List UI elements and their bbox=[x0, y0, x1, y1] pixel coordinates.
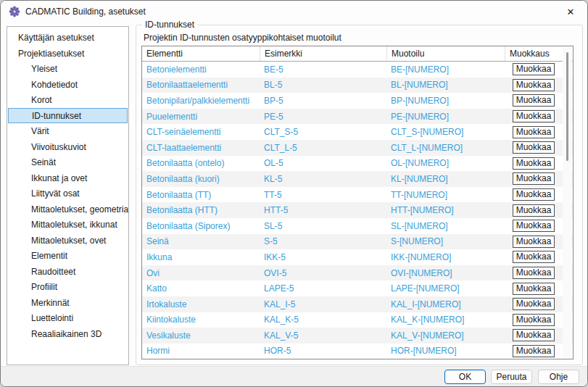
muokkaa-button[interactable]: Muokkaa bbox=[513, 157, 555, 170]
sidebar-item-elementit[interactable]: Elementit bbox=[7, 248, 128, 264]
column-header-muotoilu: Muotoilu bbox=[386, 46, 505, 61]
sidebar-item-k-ytt-j-n-asetukset[interactable]: Käyttäjän asetukset bbox=[7, 30, 128, 46]
cell-elementti: Puuelementti bbox=[142, 112, 260, 122]
cell-elementti: Betonilaatta (Siporex) bbox=[142, 221, 260, 231]
sidebar-item-merkinn-t[interactable]: Merkinnät bbox=[7, 295, 128, 311]
cell-muotoilu: CLT_S-[NUMERO] bbox=[386, 127, 505, 137]
muokkaa-button[interactable]: Muokkaa bbox=[513, 283, 555, 295]
sidebar-item-reaaliaikainen-3d[interactable]: Reaaliaikainen 3D bbox=[7, 326, 128, 342]
cell-esimerkki: S-5 bbox=[260, 236, 386, 246]
sidebar-item-v-rit[interactable]: Värit bbox=[7, 123, 128, 139]
muokkaa-button[interactable]: Muokkaa bbox=[513, 329, 555, 341]
footer-bar: OK Peruuta Ohje bbox=[1, 366, 587, 386]
muokkaa-button[interactable]: Muokkaa bbox=[513, 126, 555, 138]
ohje-button[interactable]: Ohje bbox=[538, 370, 579, 384]
table-row: Vesikaluste KAL_V-5 KAL_V-[NUMERO] Muokk… bbox=[142, 328, 573, 344]
sidebar-item-projektiasetukset[interactable]: Projektiasetukset bbox=[7, 46, 128, 62]
cell-muotoilu: S-[NUMERO] bbox=[386, 236, 505, 246]
cell-muotoilu: KAL_K-[NUMERO] bbox=[386, 315, 505, 325]
sidebar-item-id-tunnukset[interactable]: ID-tunnukset bbox=[8, 108, 128, 124]
cell-elementti: Betonilaatta (ontelo) bbox=[142, 158, 260, 168]
cell-muotoilu: BL-[NUMERO] bbox=[386, 80, 505, 90]
sidebar-item-raudoitteet[interactable]: Raudoitteet bbox=[7, 264, 128, 280]
table-row: Betonilaatta (ontelo) OL-5 OL-[NUMERO] M… bbox=[142, 156, 573, 172]
cell-esimerkki: BL-5 bbox=[260, 80, 386, 90]
cell-esimerkki: BE-5 bbox=[260, 64, 386, 75]
table-row: Katto LAPE-5 LAPE-[NUMERO] Muokkaa bbox=[142, 280, 573, 296]
cell-elementti: Katto bbox=[142, 283, 260, 294]
cell-elementti: Betonipilari/palkkielementti bbox=[142, 96, 260, 106]
table-scrollbar[interactable] bbox=[563, 47, 572, 358]
muokkaa-button[interactable]: Muokkaa bbox=[513, 298, 555, 310]
sidebar-item-liittyv-t-osat[interactable]: Liittyvät osat bbox=[7, 186, 128, 201]
cell-esimerkki: OVI-5 bbox=[260, 268, 386, 278]
cell-elementti: Betonilaatta (HTT) bbox=[142, 205, 260, 215]
cell-esimerkki: KAL_K-5 bbox=[260, 315, 386, 325]
muokkaa-button[interactable]: Muokkaa bbox=[513, 236, 555, 248]
muokkaa-button[interactable]: Muokkaa bbox=[513, 188, 555, 201]
cell-elementti: CLT-laattaelementti bbox=[142, 143, 260, 153]
cell-esimerkki: OL-5 bbox=[260, 158, 386, 168]
muokkaa-button[interactable]: Muokkaa bbox=[513, 141, 555, 154]
muokkaa-button[interactable]: Muokkaa bbox=[513, 314, 555, 326]
cell-muotoilu: HTT-[NUMERO] bbox=[386, 205, 505, 215]
sidebar-item-mittaoletukset-ovet[interactable]: Mittaoletukset, ovet bbox=[7, 233, 128, 249]
table-row: CLT-seinäelementti CLT_S-5 CLT_S-[NUMERO… bbox=[142, 124, 573, 140]
cell-muotoilu: CLT_L-[NUMERO] bbox=[386, 143, 505, 153]
cell-muotoilu: IKK-[NUMERO] bbox=[386, 252, 505, 262]
cell-esimerkki: KAL_V-5 bbox=[260, 330, 386, 341]
column-header-elementti: Elementti bbox=[142, 46, 260, 61]
muokkaa-button[interactable]: Muokkaa bbox=[513, 220, 555, 232]
cell-esimerkki: KL-5 bbox=[260, 174, 386, 184]
table-header-row: Elementti Esimerkki Muotoilu Muokkaus bbox=[142, 46, 573, 62]
column-header-esimerkki: Esimerkki bbox=[260, 46, 386, 61]
muokkaa-button[interactable]: Muokkaa bbox=[513, 204, 555, 217]
cell-elementti: Betonilaatta (kuori) bbox=[142, 174, 260, 184]
peruuta-button[interactable]: Peruuta bbox=[491, 370, 532, 384]
muokkaa-button[interactable]: Muokkaa bbox=[513, 251, 555, 263]
sidebar-item-luettelointi[interactable]: Luettelointi bbox=[7, 310, 128, 326]
table-row: Ovi OVI-5 OVI-[NUMERO] Muokkaa bbox=[142, 265, 573, 281]
app-gear-icon bbox=[9, 6, 20, 17]
table-row: Betonilaatta (kuori) KL-5 KL-[NUMERO] Mu… bbox=[142, 171, 573, 187]
cell-esimerkki: BP-5 bbox=[260, 96, 386, 106]
scrollbar-thumb[interactable] bbox=[566, 52, 568, 161]
close-icon[interactable]: ✕ bbox=[554, 1, 587, 22]
muokkaa-button[interactable]: Muokkaa bbox=[513, 94, 555, 107]
sidebar-item-mittaoletukset-ikkunat[interactable]: Mittaoletukset, ikkunat bbox=[7, 217, 128, 233]
cell-muotoilu: BP-[NUMERO] bbox=[386, 96, 505, 106]
sidebar-item-mittaoletukset-geometria[interactable]: Mittaoletukset, geometria bbox=[7, 201, 128, 217]
cell-muotoilu: HOR-[NUMERO] bbox=[386, 346, 505, 356]
cell-esimerkki: HTT-5 bbox=[260, 205, 386, 215]
cell-elementti: Irtokaluste bbox=[142, 299, 260, 309]
cell-esimerkki: KAL_I-5 bbox=[260, 299, 386, 309]
sidebar-item-viivoituskuviot[interactable]: Viivoituskuviot bbox=[7, 139, 128, 155]
sidebar-item-korot[interactable]: Korot bbox=[7, 92, 128, 108]
table-row: Kiintokaluste KAL_K-5 KAL_K-[NUMERO] Muo… bbox=[142, 312, 573, 328]
cell-elementti: Betonilaatta (TT) bbox=[142, 190, 260, 200]
muokkaa-button[interactable]: Muokkaa bbox=[513, 172, 555, 185]
cell-muotoilu: KAL_I-[NUMERO] bbox=[386, 299, 505, 309]
cell-elementti: Hormi bbox=[142, 346, 260, 356]
muokkaa-button[interactable]: Muokkaa bbox=[513, 110, 555, 122]
sidebar-item-profiilit[interactable]: Profiilit bbox=[7, 279, 128, 295]
ok-button[interactable]: OK bbox=[444, 370, 486, 384]
muokkaa-button[interactable]: Muokkaa bbox=[513, 79, 555, 91]
muokkaa-button[interactable]: Muokkaa bbox=[513, 63, 555, 75]
sidebar-item-sein-t[interactable]: Seinät bbox=[7, 154, 128, 170]
table-row: Irtokaluste KAL_I-5 KAL_I-[NUMERO] Muokk… bbox=[142, 296, 573, 312]
table-body: Betonielementti BE-5 BE-[NUMERO] Muokkaa… bbox=[142, 62, 573, 359]
cell-esimerkki: PE-5 bbox=[260, 112, 386, 122]
cell-elementti: CLT-seinäelementti bbox=[142, 127, 260, 137]
cell-esimerkki: SL-5 bbox=[260, 221, 386, 231]
muokkaa-button[interactable]: Muokkaa bbox=[513, 345, 555, 357]
sidebar-item-yleiset[interactable]: Yleiset bbox=[7, 61, 128, 77]
muokkaa-button[interactable]: Muokkaa bbox=[513, 267, 555, 279]
cell-elementti: Betonilaattaelementti bbox=[142, 80, 260, 90]
table-row: CLT-laattaelementti CLT_L-5 CLT_L-[NUMER… bbox=[142, 140, 573, 156]
cell-muotoilu: TT-[NUMERO] bbox=[386, 190, 505, 200]
sidebar-item-ikkunat-ja-ovet[interactable]: Ikkunat ja ovet bbox=[7, 170, 128, 186]
cell-elementti: Ovi bbox=[142, 268, 260, 278]
sidebar-item-kohdetiedot[interactable]: Kohdetiedot bbox=[7, 77, 128, 93]
table-row: Betonilaatta (HTT) HTT-5 HTT-[NUMERO] Mu… bbox=[142, 202, 573, 218]
